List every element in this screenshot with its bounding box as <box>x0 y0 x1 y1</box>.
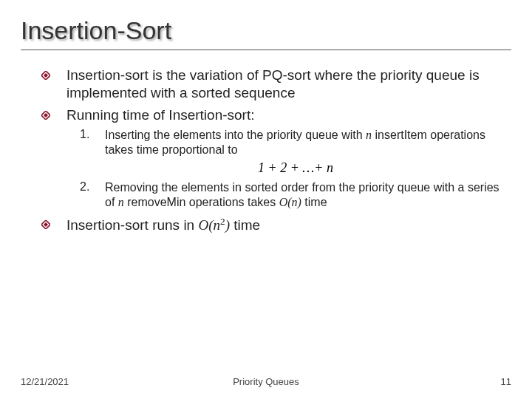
slide-title: Insertion-Sort <box>21 16 511 45</box>
math-big-o: O <box>279 196 288 208</box>
text-fragment: time <box>301 196 327 208</box>
math-var-n: n <box>366 129 372 141</box>
svg-marker-3 <box>44 113 48 117</box>
text-fragment: removeMin operations takes <box>124 196 279 208</box>
formula: 1 + 2 + …+ n <box>80 160 511 176</box>
math-var-n: n <box>214 218 221 233</box>
list-text: Inserting the elements into the priority… <box>105 128 511 157</box>
slide: Insertion-Sort Insertion-sort is the var… <box>0 0 532 399</box>
text-fragment: time <box>230 218 260 233</box>
content-area: Insertion-sort is the variation of PQ-so… <box>21 66 511 234</box>
list-item: 2. Removing the elements in sorted order… <box>80 180 511 210</box>
bullet-text: Insertion-sort is the variation of PQ-so… <box>66 66 511 102</box>
math-var-n: n <box>292 196 298 208</box>
bullet-text: Insertion-sort runs in O(n2) time <box>66 216 260 234</box>
math-big-o: O <box>198 218 208 233</box>
diamond-bullet-icon <box>41 220 50 229</box>
math-var-n: n <box>118 196 124 208</box>
footer-date: 12/21/2021 <box>21 376 69 387</box>
title-divider <box>21 50 511 50</box>
list-item: 1. Inserting the elements into the prior… <box>80 128 511 157</box>
numbered-list: 1. Inserting the elements into the prior… <box>41 128 511 210</box>
bullet-item: Insertion-sort runs in O(n2) time <box>41 216 511 234</box>
list-number: 1. <box>80 128 105 141</box>
bullet-item: Running time of Insertion-sort: <box>41 106 511 124</box>
diamond-bullet-icon <box>41 71 50 80</box>
list-number: 2. <box>80 180 105 194</box>
text-fragment: Inserting the elements into the priority… <box>105 129 366 141</box>
footer-title: Priority Queues <box>233 376 299 387</box>
svg-marker-5 <box>44 222 48 227</box>
text-fragment: Insertion-sort runs in <box>66 218 198 233</box>
list-text: Removing the elements in sorted order fr… <box>105 180 511 210</box>
svg-marker-1 <box>44 73 48 78</box>
bullet-item: Insertion-sort is the variation of PQ-so… <box>41 66 511 102</box>
diamond-bullet-icon <box>41 111 50 120</box>
footer: 12/21/2021 Priority Queues 11 <box>21 376 511 387</box>
bullet-text: Running time of Insertion-sort: <box>66 106 255 124</box>
math-exponent: 2 <box>220 216 225 227</box>
footer-page-number: 11 <box>501 376 511 387</box>
